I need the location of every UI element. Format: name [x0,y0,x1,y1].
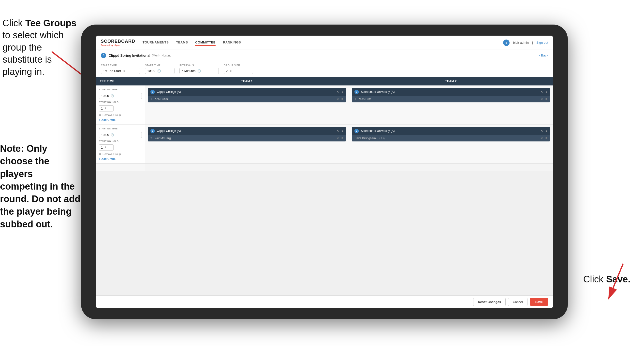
team-close-icon-2-2[interactable]: ✕ [540,129,543,133]
setting-intervals: Intervals 5 Minutes 🕙 [180,64,219,74]
player-row-1-1-0[interactable]: 1. Rich Butler ✕ ⬍ [148,96,346,102]
add-group-btn-1[interactable]: + Add Group [99,118,142,121]
nav-username: blair admin [513,41,529,44]
team-card-header-2-1: S Scoreboard University (A) ✕ ⬍ [352,88,550,96]
player-expand-icon-2-2-0[interactable]: ⬍ [545,137,548,140]
remove-group-btn-2[interactable]: 🗑 Remove Group [99,152,142,155]
starting-time-label-2: STARTING TIME: [99,127,142,130]
start-type-input[interactable]: 1st Tee Start ⬍ [101,68,140,74]
nav-separator: | [532,41,533,44]
team-card-1-1[interactable]: C Clippd College (A) ✕ ⬍ 1. Rich Butler [148,88,346,102]
save-button[interactable]: Save [530,298,548,306]
team-actions-1-2: ✕ ⬍ [336,129,344,133]
nav-teams[interactable]: TEAMS [176,39,188,46]
starting-hole-value-2: 1 [101,146,103,149]
player-expand-icon-1-2-0[interactable]: ⬍ [341,137,344,140]
team-actions-1-1: ✕ ⬍ [336,90,344,94]
tee-group-row-2: STARTING TIME: 10:05 🕙 STARTING HOLE: 1 … [96,124,553,164]
instruction-text-note: Note: Only choose the players competing … [0,142,81,231]
starting-time-value-1: 10:00 [101,94,109,98]
subheader: B Clippd Spring Invitational (Men) Hosti… [96,50,553,61]
logo-scoreboard: SCOREBOARD [101,39,135,44]
hole-spinner-1: ⬍ [104,107,106,110]
player-row-2-2-0[interactable]: Dave Billingham (SUB) ✕ ⬍ [352,135,550,141]
main-content: Start Type 1st Tee Start ⬍ Start Time 10… [96,61,553,308]
player-row-1-2-0[interactable]: 2. Blair McHarg ✕ ⬍ [148,135,346,141]
starting-hole-input-1[interactable]: 1 ⬍ [99,105,114,111]
team-card-2-2[interactable]: S Scoreboard University (A) ✕ ⬍ Dave Bil… [352,127,550,141]
starting-hole-input-2[interactable]: 1 ⬍ [99,144,114,151]
starting-hole-label-1: STARTING HOLE: [99,101,142,103]
start-type-value: 1st Tee Start [103,69,121,73]
team-actions-2-1: ✕ ⬍ [540,90,548,94]
starting-time-input-2[interactable]: 10:05 🕙 [99,132,142,138]
start-time-clock: 🕙 [157,69,161,73]
team-expand-icon-1-2[interactable]: ⬍ [341,129,344,133]
group-size-spinner: ⬍ [230,69,232,73]
tee-time-col-2: STARTING TIME: 10:05 🕙 STARTING HOLE: 1 … [96,124,145,163]
player-expand-icon-2-1-0[interactable]: ⬍ [545,97,548,101]
team-badge-1-2: C [150,129,155,133]
team-badge-2-1: S [354,90,359,94]
team-card-2-1[interactable]: S Scoreboard University (A) ✕ ⬍ 1. Rees … [352,88,550,102]
intervals-label: Intervals [180,64,219,67]
logo-area: SCOREBOARD Powered by clippd [101,39,135,46]
logo-powered: Powered by clippd [101,44,135,46]
nav-rankings[interactable]: RANKINGS [223,39,241,46]
start-time-input[interactable]: 10:00 🕙 [145,68,174,74]
player-close-icon-1-1-0[interactable]: ✕ [336,97,339,101]
remove-group-btn-1[interactable]: 🗑 Remove Group [99,113,142,116]
player-row-2-1-0[interactable]: 1. Rees Britt ✕ ⬍ [352,96,550,102]
team1-col-2: C Clippd College (A) ✕ ⬍ 2. Blair McHarg [145,124,349,163]
player-close-icon-1-2-0[interactable]: ✕ [336,137,339,140]
player-expand-icon-1-1-0[interactable]: ⬍ [341,97,344,101]
team2-col-2: S Scoreboard University (A) ✕ ⬍ Dave Bil… [349,124,553,163]
start-time-label: Start Time [145,64,174,67]
team-card-header-1-2: C Clippd College (A) ✕ ⬍ [148,127,346,135]
setting-start-type: Start Type 1st Tee Start ⬍ [101,64,140,74]
starting-time-label-1: STARTING TIME: [99,88,142,91]
group-size-input[interactable]: 2 ⬍ [224,68,253,74]
setting-group-size: Group Size 2 ⬍ [224,64,253,74]
nav-tournaments[interactable]: TOURNAMENTS [142,39,168,46]
player-close-icon-2-2-0[interactable]: ✕ [540,137,543,140]
player-name-2-1-0: 1. Rees Britt [354,97,538,101]
nav-committee[interactable]: COMMITTEE [195,39,216,46]
bottom-bar: Reset Changes Cancel Save [96,296,553,308]
intervals-input[interactable]: 5 Minutes 🕙 [180,68,219,74]
player-name-1-1-0: 1. Rich Butler [150,97,334,101]
start-time-value: 10:00 [147,69,155,73]
tablet-device: SCOREBOARD Powered by clippd TOURNAMENTS… [81,24,568,319]
instruction-text-top: Click Tee Groups to select which group t… [2,17,79,78]
trash-icon-1: 🗑 [99,113,102,116]
team-close-icon-1-2[interactable]: ✕ [336,129,339,133]
cancel-button[interactable]: Cancel [508,298,527,306]
team-expand-icon-2-2[interactable]: ⬍ [545,129,548,133]
click-save-label: Click Save. [583,274,630,285]
team-card-1-2[interactable]: C Clippd College (A) ✕ ⬍ 2. Blair McHarg [148,127,346,141]
group-size-value: 2 [226,69,228,73]
player-close-icon-2-1-0[interactable]: ✕ [540,97,543,101]
subheader-gender: (Men) [152,54,160,57]
team-expand-icon-2-1[interactable]: ⬍ [545,90,548,94]
tee-group-row-1: STARTING TIME: 10:00 🕙 STARTING HOLE: 1 … [96,85,553,124]
nav-avatar: B [503,39,510,46]
player-name-1-2-0: 2. Blair McHarg [150,137,334,140]
team-badge-2-2: S [354,129,359,133]
starting-time-input-1[interactable]: 10:00 🕙 [99,93,142,99]
starting-hole-value-1: 1 [101,107,103,110]
team-close-icon-1-1[interactable]: ✕ [336,90,339,94]
subheader-hosting: Hosting [162,54,172,57]
team-name-2-1: Scoreboard University (A) [361,90,538,94]
subheader-back[interactable]: ‹ Back [539,53,548,57]
nav-links: TOURNAMENTS TEAMS COMMITTEE RANKINGS [142,39,503,46]
subheader-title: Clippd Spring Invitational [109,53,150,57]
plus-icon-2: + [99,157,100,160]
add-group-btn-2[interactable]: + Add Group [99,157,142,160]
nav-signout[interactable]: Sign out [536,41,548,44]
team-close-icon-2-1[interactable]: ✕ [540,90,543,94]
reset-changes-button[interactable]: Reset Changes [473,298,506,306]
team-expand-icon-1-1[interactable]: ⬍ [341,90,344,94]
setting-start-time: Start Time 10:00 🕙 [145,64,174,74]
team-card-header-2-2: S Scoreboard University (A) ✕ ⬍ [352,127,550,135]
